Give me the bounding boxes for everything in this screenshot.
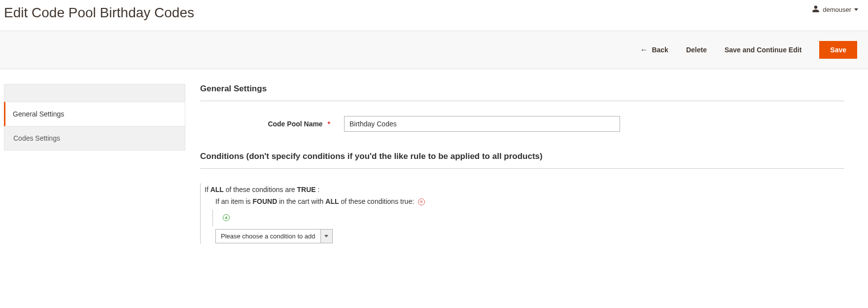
caret-down-icon (854, 8, 858, 11)
code-pool-name-input[interactable] (344, 116, 620, 132)
sidebar: General Settings Codes Settings (4, 84, 185, 243)
form-row-name: Code Pool Name * (200, 116, 844, 132)
aggregator-all-nested[interactable]: ALL (325, 197, 339, 205)
page-title: Edit Code Pool Birthday Codes (4, 5, 194, 21)
value-true[interactable]: TRUE (297, 186, 316, 193)
save-continue-button[interactable]: Save and Continue Edit (725, 46, 801, 54)
condition-select-value: Please choose a condition to add (216, 230, 320, 243)
chevron-down-icon (324, 235, 328, 237)
back-label: Back (652, 46, 668, 54)
user-name: demouser (823, 6, 851, 13)
section-title-general: General Settings (200, 84, 844, 101)
name-label: Code Pool Name (268, 120, 322, 128)
condition-select-toggle[interactable] (320, 230, 332, 243)
add-condition-icon[interactable]: + (223, 214, 230, 221)
sidebar-item-codes-settings[interactable]: Codes Settings (4, 126, 185, 151)
user-menu[interactable]: demouser (812, 5, 858, 14)
condition-select[interactable]: Please choose a condition to add (215, 229, 333, 243)
back-button[interactable]: ← Back (640, 46, 668, 54)
condition-root-line: If ALL of these conditions are TRUE : (202, 184, 844, 195)
user-icon (812, 5, 820, 14)
sidebar-spacer (4, 84, 185, 102)
sidebar-item-general-settings[interactable]: General Settings (4, 102, 185, 126)
aggregator-all[interactable]: ALL (210, 186, 224, 193)
action-bar: ← Back Delete Save and Continue Edit Sav… (0, 31, 868, 69)
main-content: General Settings Code Pool Name * Condit… (200, 84, 864, 243)
required-star-icon: * (328, 120, 330, 128)
section-title-conditions: Conditions (don't specify conditions if … (200, 152, 844, 169)
condition-select-wrap: Please choose a condition to add Please … (215, 229, 333, 243)
conditions-block: If ALL of these conditions are TRUE : If… (200, 184, 844, 243)
save-button[interactable]: Save (819, 41, 857, 59)
remove-condition-icon[interactable]: ✕ (418, 198, 425, 205)
condition-child-line: If an item is FOUND in the cart with ALL… (212, 195, 844, 207)
operator-found[interactable]: FOUND (252, 197, 277, 205)
arrow-left-icon: ← (640, 46, 648, 54)
delete-button[interactable]: Delete (686, 46, 707, 54)
